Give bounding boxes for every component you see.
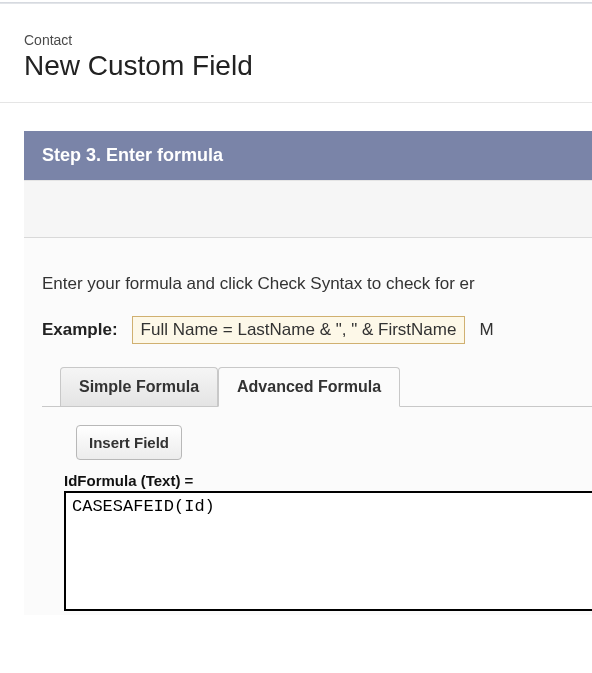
- more-examples-link[interactable]: M: [479, 320, 493, 340]
- wizard-step-header: Step 3. Enter formula: [24, 131, 592, 180]
- wizard-body-section: Enter your formula and click Check Synta…: [24, 237, 592, 615]
- wizard-panel: Step 3. Enter formula Enter your formula…: [24, 131, 592, 615]
- breadcrumb: Contact: [24, 32, 592, 48]
- tab-simple-formula[interactable]: Simple Formula: [60, 367, 218, 406]
- example-box: Full Name = LastName & ", " & FirstName: [132, 316, 466, 344]
- header-divider: [0, 102, 592, 103]
- example-row: Example: Full Name = LastName & ", " & F…: [42, 316, 592, 344]
- instruction-text: Enter your formula and click Check Synta…: [42, 274, 592, 294]
- example-label: Example:: [42, 320, 118, 340]
- formula-tabs: Simple Formula Advanced Formula: [60, 366, 592, 406]
- wizard-body: Enter your formula and click Check Synta…: [24, 180, 592, 615]
- formula-label: IdFormula (Text) =: [64, 472, 592, 489]
- formula-editor[interactable]: [64, 491, 592, 611]
- insert-field-button[interactable]: Insert Field: [76, 425, 182, 460]
- page-header: Contact New Custom Field: [0, 4, 592, 102]
- tab-advanced-formula[interactable]: Advanced Formula: [218, 367, 400, 407]
- page-title: New Custom Field: [24, 50, 592, 82]
